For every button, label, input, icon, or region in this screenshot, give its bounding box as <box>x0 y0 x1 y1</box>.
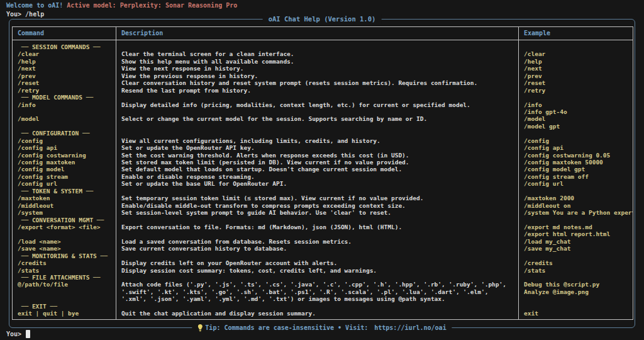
help-row-10-command: /model <box>18 115 116 122</box>
help-row-16-description: Set stored max token limit (persisted in… <box>121 159 518 166</box>
help-row-2-command: /help <box>18 58 116 65</box>
help-row-5-example: /reset <box>524 79 633 86</box>
help-table: Command Description Example ── SESSION C… <box>12 26 633 320</box>
help-row-34-example: Analyze @image.png <box>524 288 633 295</box>
help-row-0-example <box>524 43 633 50</box>
help-row-37-command: exit | quit | bye <box>18 310 116 317</box>
help-row-22-description: Enable/disable middle-out transform to c… <box>121 202 518 209</box>
help-row-2-example: /help <box>524 58 633 65</box>
help-row-5-command: /reset <box>18 79 116 86</box>
table-body: ── SESSION COMMANDS ──/clear/help/next/p… <box>13 40 633 319</box>
footer-link[interactable]: https://iurl.no/oai <box>374 323 446 332</box>
help-row-23-description: Set session-level system prompt to guide… <box>121 209 518 216</box>
help-row-24-description <box>121 217 518 224</box>
help-row-20-description <box>121 188 518 195</box>
help-row-0-description <box>121 43 518 50</box>
text-cursor[interactable] <box>26 330 30 338</box>
help-row-14-description: Set or update the OpenRouter API key. <box>121 144 518 151</box>
panel-title: oAI Chat Help (Version 1.0) <box>263 14 382 24</box>
table-header-row: Command Description Example <box>13 27 633 40</box>
help-row-18-description: Enable or disable response streaming. <box>121 173 518 180</box>
help-row-17-command: /config model <box>18 166 116 173</box>
help-row-12-command: ── CONFIGURATION ── <box>18 130 116 137</box>
command-column: ── SESSION COMMANDS ──/clear/help/next/p… <box>13 40 116 319</box>
help-row-29-command: ── MONITORING & STATS ── <box>18 252 116 259</box>
help-row-35-description: '.xml', '.json', '.yaml', '.yml', '.md',… <box>121 295 518 302</box>
column-header-example: Example <box>519 27 633 40</box>
help-row-16-command: /config maxtoken <box>18 159 116 166</box>
help-row-4-command: /prev <box>18 72 116 79</box>
help-row-12-example <box>524 130 633 137</box>
help-row-16-example: /config maxtoken 50000 <box>524 159 633 166</box>
help-row-3-command: /next <box>18 65 116 72</box>
help-row-3-description: View the next response in history. <box>121 65 518 72</box>
help-row-37-example: exit <box>524 310 633 317</box>
help-row-24-command: ── CONVERSATION MGMT ── <box>18 217 116 224</box>
help-row-19-description: Set or update the base URL for OpenRoute… <box>121 180 518 187</box>
help-row-1-example: /clear <box>524 50 633 57</box>
help-row-28-command: /save <name> <box>18 245 116 252</box>
help-row-29-description <box>121 252 518 259</box>
help-row-36-example <box>524 303 633 310</box>
help-row-0-command: ── SESSION COMMANDS ── <box>18 43 116 50</box>
help-row-21-description: Set temporary session token limit (≤ sto… <box>121 195 518 201</box>
welcome-text: Welcome to oAI! <box>6 2 63 9</box>
help-row-25-command: /export <format> <file> <box>18 224 116 230</box>
terminal-input-line[interactable]: You> <box>6 330 30 338</box>
help-row-7-description <box>121 94 518 101</box>
help-row-17-example: /config model gpt <box>524 166 633 173</box>
terminal-welcome-line: Welcome to oAI! Active model: Perplexity… <box>6 2 237 9</box>
description-column: Clear the terminal screen for a clean in… <box>116 40 519 319</box>
help-row-19-command: /config url <box>18 180 116 187</box>
help-row-1-description: Clear the terminal screen for a clean in… <box>121 50 518 57</box>
help-row-13-command: /config <box>18 137 116 144</box>
help-row-20-example <box>524 188 633 195</box>
help-row-28-example: /save my_chat <box>524 245 633 252</box>
lightbulb-icon <box>197 324 203 332</box>
help-row-7-example <box>524 94 633 101</box>
help-row-31-command: /stats <box>18 267 116 274</box>
help-row-36-command: ── EXIT ── <box>18 303 116 310</box>
help-row-29-example <box>524 252 633 259</box>
help-row-22-example: /middleout on <box>524 202 633 209</box>
help-row-6-command: /retry <box>18 87 116 94</box>
previous-prompt-line: You> /help <box>6 11 44 18</box>
prompt-label: You> <box>6 331 25 337</box>
help-row-6-description: Resend the last prompt from history. <box>121 87 518 94</box>
help-row-32-command: ── FILE ATTACHMENTS ── <box>18 274 116 281</box>
help-row-15-command: /config costwarning <box>18 152 116 159</box>
help-row-26-command <box>18 230 116 237</box>
help-row-10-description: Select or change the current model for t… <box>121 115 518 122</box>
help-row-37-description: Quit the chat application and display se… <box>121 310 518 317</box>
help-row-22-command: /middleout <box>18 202 116 209</box>
help-row-11-description <box>121 123 518 130</box>
help-row-30-command: /credits <box>18 259 116 266</box>
help-row-8-example: /info <box>524 101 633 108</box>
example-column: /clear/help/next/prev/reset/retry /info/… <box>519 40 633 319</box>
help-row-15-description: Set the cost warning threshold. Alerts w… <box>121 152 518 159</box>
help-row-26-description <box>121 230 518 237</box>
help-row-30-description: Display credits left on your OpenRouter … <box>121 259 518 266</box>
help-row-18-command: /config stream <box>18 173 116 180</box>
help-row-33-example: Debug this @script.py <box>524 281 633 288</box>
help-row-8-description: Display detailed info (pricing, modaliti… <box>121 101 518 108</box>
help-row-33-description: Attach code files ('.py', '.js', '.ts', … <box>121 281 518 288</box>
help-row-6-example: /retry <box>524 87 633 94</box>
help-row-32-description <box>121 274 518 281</box>
help-row-31-example: /stats <box>524 267 633 274</box>
help-row-27-description: Load a saved conversation from database.… <box>121 238 518 245</box>
help-row-35-example <box>524 295 633 302</box>
help-row-14-command: /config api <box>18 144 116 151</box>
help-row-10-example: /model <box>524 115 633 122</box>
help-row-8-command: /info <box>18 101 116 108</box>
help-row-9-command <box>18 108 116 115</box>
help-panel: oAI Chat Help (Version 1.0) Command Desc… <box>9 19 635 328</box>
panel-footer: Tip: Commands are case-insensitive • Vis… <box>192 323 452 332</box>
help-row-13-description: View all current configurations, includi… <box>121 137 518 144</box>
help-row-24-example <box>524 217 633 224</box>
help-row-9-example: /info gpt-4o <box>524 108 633 115</box>
help-row-17-description: Set default model that loads on startup.… <box>121 166 518 173</box>
help-row-23-command: /system <box>18 209 116 216</box>
active-model-text: Active model: Perplexity: Sonar Reasonin… <box>67 2 237 9</box>
help-row-20-command: ── TOKEN & SYSTEM ── <box>18 188 116 195</box>
